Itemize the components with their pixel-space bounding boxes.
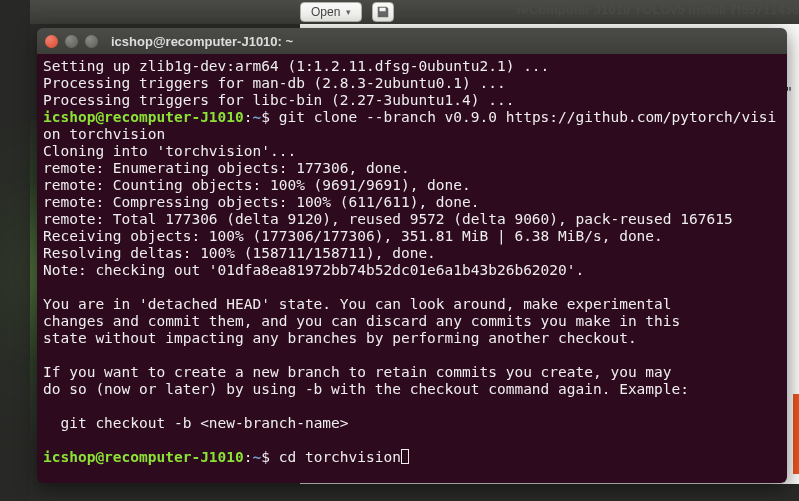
term-line: git checkout -b <new-branch-name>	[43, 415, 349, 431]
term-line: Cloning into 'torchvision'...	[43, 143, 296, 159]
term-prompt-user: icshop@recomputer-J1010	[43, 109, 244, 125]
open-button-label: Open	[311, 5, 340, 19]
term-prompt-sep: :	[244, 449, 253, 465]
terminal-body[interactable]: Setting up zlib1g-dev:arm64 (1:1.2.11.df…	[37, 54, 787, 483]
term-line: changes and commit them, and you can dis…	[43, 313, 680, 329]
term-prompt-path: ~	[253, 449, 262, 465]
term-line: remote: Enumerating objects: 177306, don…	[43, 160, 410, 176]
gedit-scrollbar[interactable]	[793, 394, 799, 474]
term-line: remote: Compressing objects: 100% (611/6…	[43, 194, 480, 210]
minimize-icon[interactable]	[65, 35, 78, 48]
terminal-window: icshop@recomputer-J1010: ~ Setting up zl…	[37, 28, 787, 483]
terminal-cursor	[401, 449, 409, 464]
gedit-title: reComputer J1010 YOLOv5 install 7f557114…	[517, 2, 799, 17]
term-line: You are in 'detached HEAD' state. You ca…	[43, 296, 672, 312]
term-line: state without impacting any branches by …	[43, 330, 637, 346]
save-icon[interactable]	[372, 2, 394, 22]
term-command: cd torchvision	[270, 449, 401, 465]
term-line: Processing triggers for man-db (2.8.3-2u…	[43, 75, 506, 91]
term-line: remote: Counting objects: 100% (9691/969…	[43, 177, 471, 193]
term-prompt-path: ~	[253, 109, 262, 125]
term-line: Receiving objects: 100% (177306/177306),…	[43, 228, 663, 244]
term-line: do so (now or later) by using -b with th…	[43, 381, 689, 397]
term-line: Setting up zlib1g-dev:arm64 (1:1.2.11.df…	[43, 58, 549, 74]
unity-launcher[interactable]	[0, 0, 30, 501]
terminal-titlebar[interactable]: icshop@recomputer-J1010: ~	[37, 28, 787, 54]
term-prompt-user: icshop@recomputer-J1010	[43, 449, 244, 465]
term-line: If you want to create a new branch to re…	[43, 364, 672, 380]
close-icon[interactable]	[45, 35, 58, 48]
term-line: remote: Total 177306 (delta 9120), reuse…	[43, 211, 733, 227]
chevron-down-icon: ▾	[346, 7, 351, 17]
terminal-title: icshop@recomputer-J1010: ~	[111, 34, 293, 49]
term-line: Processing triggers for libc-bin (2.27-3…	[43, 92, 514, 108]
term-line: Resolving deltas: 100% (158711/158711), …	[43, 245, 436, 261]
term-line: Note: checking out '01dfa8ea81972bb74b52…	[43, 262, 584, 278]
term-prompt-sep: :	[244, 109, 253, 125]
term-prompt-dollar: $	[261, 449, 270, 465]
maximize-icon[interactable]	[85, 35, 98, 48]
open-button[interactable]: Open ▾	[300, 2, 362, 22]
term-prompt-dollar: $	[261, 109, 270, 125]
